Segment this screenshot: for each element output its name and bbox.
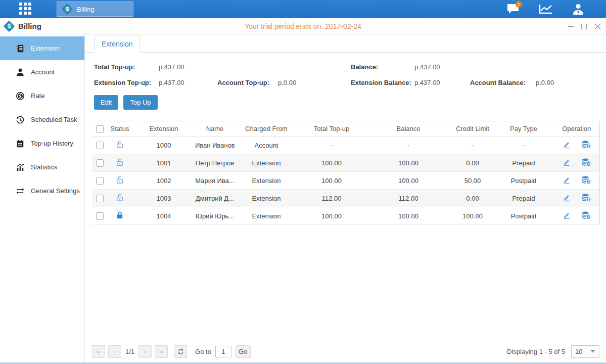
cell-pay-type: Postpaid — [493, 207, 554, 225]
row-checkbox[interactable] — [96, 177, 104, 185]
row-checkbox[interactable] — [96, 195, 104, 202]
prev-page-button[interactable]: ‹ — [108, 345, 121, 358]
column-header: Name — [195, 121, 235, 136]
goto-page-input[interactable] — [215, 346, 231, 357]
sidebar-item-account[interactable]: Account — [0, 60, 84, 84]
column-header: Balance — [365, 121, 452, 136]
svg-text:$: $ — [588, 198, 590, 202]
first-page-button[interactable]: « — [92, 345, 105, 358]
cell-total-top-up: 112.00 — [298, 190, 365, 207]
cell-name: Юрий Юрь... — [195, 207, 235, 225]
column-header: Status — [107, 121, 132, 136]
window-titlebar: $ Billing Your trial period ends on: 201… — [0, 18, 606, 34]
cell-credit-limit: 100.00 — [452, 207, 493, 225]
cell-charged-from: Extension — [235, 172, 298, 190]
row-checkbox[interactable] — [96, 159, 104, 167]
cell-total-top-up: - — [298, 136, 365, 154]
topup-row-icon[interactable]: $ — [581, 175, 591, 185]
cell-total-top-up: 100.00 — [298, 154, 365, 172]
topup-row-icon[interactable]: $ — [581, 140, 591, 149]
chat-icon[interactable]: ! — [506, 3, 521, 16]
cell-balance: 100.00 — [365, 154, 452, 172]
edit-row-icon[interactable] — [562, 211, 571, 220]
cell-extension: 1003 — [132, 190, 195, 207]
select-all-checkbox[interactable] — [96, 125, 104, 133]
cell-pay-type: Prepaid — [493, 190, 554, 207]
summary-label: Account Balance: — [470, 79, 536, 86]
displaying-text: Displaying 1 - 5 of 5 — [507, 348, 565, 355]
cell-extension: 1004 — [132, 207, 195, 225]
refresh-icon[interactable] — [174, 345, 187, 358]
edit-row-icon[interactable] — [562, 158, 571, 167]
pagination-bar: « ‹ 1/1 › » Go to Go Displaying 1 - 5 of… — [92, 340, 599, 362]
close-icon[interactable] — [594, 23, 601, 30]
go-button[interactable]: Go — [236, 345, 251, 358]
edit-row-icon[interactable] — [562, 175, 571, 185]
cell-total-top-up: 100.00 — [298, 172, 365, 190]
edit-row-icon[interactable] — [562, 140, 571, 149]
user-icon[interactable] — [571, 3, 586, 16]
cell-pay-type: Prepaid — [493, 154, 554, 172]
sidebar-item-topup-history[interactable]: Top-up History — [0, 131, 84, 155]
cell-balance: 112.00 — [365, 190, 452, 207]
lock-open-icon — [115, 140, 124, 149]
svg-text:$: $ — [588, 215, 590, 219]
topup-row-icon[interactable]: $ — [581, 193, 591, 202]
taskbar-tab-label: Billing — [77, 6, 95, 13]
app-grid-icon[interactable] — [19, 3, 32, 16]
cell-balance: 100.00 — [365, 207, 452, 225]
sidebar-item-scheduled-task[interactable]: Scheduled Task — [0, 108, 84, 131]
tab-extension[interactable]: Extension — [94, 35, 140, 53]
top-taskbar: $ Billing ! — [0, 0, 606, 18]
chart-icon[interactable] — [538, 3, 553, 16]
summary-value: p.437.00 — [414, 63, 470, 71]
topup-row-icon[interactable]: $ — [581, 158, 591, 167]
last-page-button[interactable]: » — [155, 345, 168, 358]
cell-total-top-up: 100.00 — [298, 207, 365, 225]
billing-app-icon: $ — [62, 4, 72, 14]
cell-charged-from: Extension — [235, 207, 298, 225]
maximize-icon[interactable] — [581, 23, 587, 30]
lock-closed-icon — [115, 210, 124, 220]
edit-button[interactable]: Edit — [94, 95, 118, 110]
cell-balance: - — [365, 136, 452, 154]
cell-name: Петр Петров — [195, 154, 235, 172]
cell-pay-type: Postpaid — [493, 172, 554, 190]
column-header: Credit Limit — [452, 121, 493, 136]
cell-extension: 1001 — [132, 154, 195, 172]
page-size-select[interactable]: 10 — [571, 345, 599, 358]
sidebar-item-statistics[interactable]: Statistics — [0, 155, 84, 179]
table-row: 1004Юрий Юрь...Extension100.00100.00100.… — [92, 207, 599, 225]
cell-charged-from: Extension — [235, 190, 298, 207]
cell-name: Мария Ива... — [195, 172, 235, 190]
cell-extension: 1002 — [132, 172, 195, 190]
main-content: Extension Total Top-up:p.437.00Balance:p… — [85, 34, 606, 362]
top-up-button[interactable]: Top Up — [123, 95, 157, 110]
row-checkbox[interactable] — [96, 142, 104, 149]
row-checkbox[interactable] — [96, 212, 104, 220]
column-header: Total Top-up — [298, 121, 365, 136]
topup-row-icon[interactable]: $ — [581, 211, 591, 220]
lock-open-icon — [115, 193, 124, 202]
sidebar-item-extension[interactable]: Extension — [0, 36, 84, 60]
cell-charged-from: Extension — [235, 154, 298, 172]
taskbar-billing-tab[interactable]: $ Billing — [57, 2, 133, 17]
summary-label: Extension Top-up: — [94, 79, 159, 86]
edit-row-icon[interactable] — [562, 193, 571, 202]
next-page-button[interactable]: › — [138, 345, 152, 358]
summary-value: p.437.00 — [159, 79, 217, 86]
balance-summary: Total Top-up:p.437.00Balance:p.437.00Ext… — [94, 59, 606, 90]
extension-icon — [15, 43, 25, 54]
statistics-icon — [15, 162, 25, 172]
select-all-cell — [92, 121, 107, 136]
chevron-down-icon — [590, 350, 595, 353]
sidebar-item-rate[interactable]: $Rate — [0, 84, 84, 108]
lock-open-icon — [115, 157, 124, 167]
cell-pay-type: - — [493, 136, 554, 154]
minimize-icon[interactable] — [567, 23, 574, 30]
cell-name: Иван Иванов — [195, 136, 235, 154]
lock-open-icon — [115, 175, 124, 185]
sidebar-item-general-settings[interactable]: General Settings — [0, 179, 84, 203]
tab-strip: Extension — [85, 34, 606, 53]
column-header: Operation — [554, 121, 599, 136]
